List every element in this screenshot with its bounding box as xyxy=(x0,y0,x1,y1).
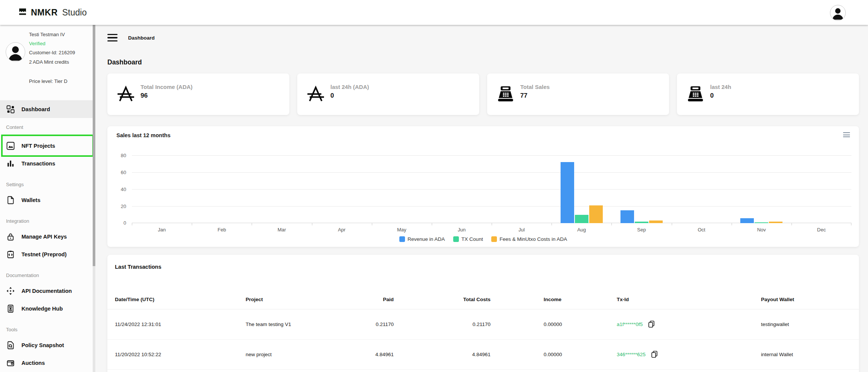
sidebar-section-documentation: Documentation xyxy=(0,268,95,282)
cell-datetime: 11/20/2022 10:52:22 xyxy=(115,352,161,357)
sidebar-item-label: Dashboard xyxy=(21,106,50,112)
person-icon xyxy=(6,43,25,61)
clipboard-code-icon xyxy=(6,250,15,259)
bar-nov-1 xyxy=(755,222,768,223)
sidebar-item-label: Wallets xyxy=(21,197,40,203)
main-content: Dashboard Dashboard Total Income (ADA) 9… xyxy=(98,25,868,372)
cell-project: The team testing V1 xyxy=(246,321,291,327)
sidebar-scrollbar-thumb[interactable] xyxy=(93,25,95,266)
sidebar-section-tools: Tools xyxy=(0,323,95,336)
x-tick xyxy=(851,223,851,225)
stat-card-total-sales: Total Sales 77 xyxy=(487,73,669,115)
cell-paid: 0.21170 xyxy=(337,321,394,327)
bar-aug-1 xyxy=(575,215,588,224)
sidebar-item-label: Transactions xyxy=(21,161,55,167)
person-icon xyxy=(830,5,845,20)
stat-card-last24h-ada: last 24h (ADA) 0 xyxy=(297,73,479,115)
table-row: 11/24/2022 12:31:01 The team testing V1 … xyxy=(107,309,859,340)
page-title: Dashboard xyxy=(107,58,142,66)
sidebar-item-wallets[interactable]: Wallets xyxy=(0,191,95,209)
col-header-datetime: Date/Time (UTC) xyxy=(115,297,154,302)
cell-payout-wallet: testingwallet xyxy=(761,321,789,327)
gridline xyxy=(132,172,851,173)
col-header-total-costs: Total Costs xyxy=(420,297,491,302)
y-tick-label: 0 xyxy=(124,220,126,226)
txid-link[interactable]: 346******625 xyxy=(617,352,646,357)
brand-suffix: Studio xyxy=(62,8,87,18)
nmkr-studio-app: NMKR Studio Testi Testman IV Verified Cu… xyxy=(0,0,868,372)
legend-item[interactable]: TX Count xyxy=(453,236,483,242)
chart-menu-icon[interactable] xyxy=(843,132,850,137)
stat-value: 0 xyxy=(330,92,369,100)
sidebar-item-api-documentation[interactable]: API Documentation xyxy=(0,282,95,300)
move-arrows-icon xyxy=(6,286,15,295)
stat-value: 0 xyxy=(710,92,731,100)
sidebar-section-settings: Settings xyxy=(0,178,95,191)
sidebar-item-testnet-preprod[interactable]: Testnet (Preprod) xyxy=(0,245,95,263)
sidebar-item-manage-api-keys[interactable]: Manage API Keys xyxy=(0,228,95,245)
x-tick xyxy=(611,223,612,225)
y-tick-label: 40 xyxy=(121,187,126,192)
legend-label: TX Count xyxy=(462,236,483,242)
x-tick xyxy=(552,223,552,225)
sidebar-avatar xyxy=(6,42,25,62)
menu-toggle-button[interactable] xyxy=(107,34,118,41)
sidebar-item-nft-projects[interactable]: NFT Projects xyxy=(0,137,95,155)
x-tick xyxy=(672,223,672,225)
sidebar-item-transactions[interactable]: Transactions xyxy=(0,155,95,172)
sidebar-item-dashboard[interactable]: Dashboard xyxy=(0,100,95,118)
x-tick xyxy=(792,223,792,225)
user-price-level: Price level: Tier D xyxy=(29,78,67,84)
user-name: Testi Testman IV xyxy=(29,32,65,37)
col-header-payout-wallet: Payout Wallet xyxy=(761,297,794,302)
x-tick xyxy=(732,223,732,225)
cell-income: 0.00000 xyxy=(544,321,562,327)
last-transactions-card: Last Transactions Date/Time (UTC) Projec… xyxy=(107,255,859,372)
sidebar-scrollbar[interactable] xyxy=(93,25,95,372)
cell-income: 0.00000 xyxy=(544,352,562,357)
x-axis-label: Oct xyxy=(672,227,732,233)
user-avatar[interactable] xyxy=(830,5,846,21)
x-axis-label: Jul xyxy=(492,227,552,233)
image-icon xyxy=(6,141,15,150)
stat-value: 77 xyxy=(520,92,550,100)
cash-register-icon xyxy=(497,86,514,103)
legend-item[interactable]: Fees & MinUtxo Costs in ADA xyxy=(491,236,567,242)
sidebar-item-label: NFT Projects xyxy=(21,143,55,149)
stat-value: 96 xyxy=(141,92,193,100)
cell-project: new project xyxy=(246,352,272,357)
sidebar-item-label: Knowledge Hub xyxy=(21,306,63,312)
sales-chart-card: Sales last 12 months 020406080 JanFebMar… xyxy=(107,126,859,247)
sidebar-item-label: Auctions xyxy=(21,360,45,366)
sidebar-item-auctions[interactable]: Auctions xyxy=(0,354,95,372)
sidebar-item-label: API Documentation xyxy=(21,288,72,294)
legend-item[interactable]: Revenue in ADA xyxy=(399,236,445,242)
ada-icon xyxy=(117,86,134,103)
cell-txid: a1f******0f5 xyxy=(617,320,656,328)
x-tick xyxy=(132,223,132,225)
cash-register-icon xyxy=(687,86,704,103)
sidebar-item-knowledge-hub[interactable]: Knowledge Hub xyxy=(0,300,95,317)
stat-card-last24h-sales: last 24h 0 xyxy=(677,73,859,115)
copy-icon[interactable] xyxy=(650,350,659,358)
table-header-row: Date/Time (UTC) Project Paid Total Costs… xyxy=(107,289,859,309)
table-row: 11/20/2022 10:52:22 new project 4.84961 … xyxy=(107,339,859,370)
x-axis-label: Aug xyxy=(552,227,611,233)
copy-icon[interactable] xyxy=(647,320,656,328)
txid-link[interactable]: a1f******0f5 xyxy=(617,321,643,327)
x-axis-label: Feb xyxy=(192,227,252,233)
brand-logo[interactable]: NMKR Studio xyxy=(18,7,87,18)
cell-total-costs: 0.21170 xyxy=(420,321,491,327)
sidebar-item-label: Testnet (Preprod) xyxy=(21,251,67,257)
cell-payout-wallet: internal Wallet xyxy=(761,352,793,357)
user-mint-credits: 2 ADA Mint credits xyxy=(29,59,69,65)
stat-label: last 24h (ADA) xyxy=(330,84,369,90)
sidebar-item-policy-snapshot[interactable]: Policy Snapshot xyxy=(0,336,95,354)
y-tick-label: 20 xyxy=(121,204,126,209)
book-icon xyxy=(6,304,15,313)
col-header-income: Income xyxy=(544,297,561,302)
legend-label: Fees & MinUtxo Costs in ADA xyxy=(500,236,567,242)
cell-txid: 346******625 xyxy=(617,350,659,358)
bar-sep-1 xyxy=(635,222,648,224)
bar-chart-icon xyxy=(6,159,15,168)
